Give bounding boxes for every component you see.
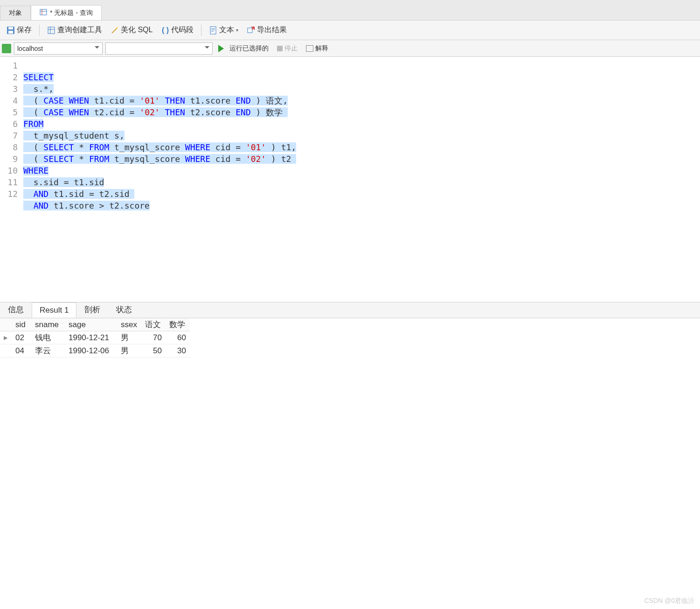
- query-builder-icon: [47, 26, 55, 35]
- export-label: 导出结果: [257, 25, 287, 35]
- code-text: t_mysql_score: [109, 142, 185, 152]
- cell: 1990-12-21: [65, 331, 117, 344]
- code-text: *: [74, 142, 89, 152]
- str-lit: '02': [139, 107, 159, 117]
- col-sname[interactable]: sname: [31, 318, 65, 331]
- line-num: 7: [0, 130, 18, 141]
- tab-result1[interactable]: Result 1: [32, 302, 76, 318]
- row-marker-icon: ▸: [0, 331, 12, 344]
- line-num: 11: [0, 176, 18, 188]
- tab-query[interactable]: * 无标题 - 查询: [31, 5, 102, 20]
- tab-objects-label: 对象: [9, 9, 22, 17]
- code-text: t1.cid =: [89, 96, 139, 105]
- code-text: (: [23, 154, 43, 164]
- svg-rect-5: [8, 31, 13, 34]
- top-menu-strip: [0, 0, 700, 4]
- svg-rect-11: [210, 27, 216, 34]
- kw-from: FROM: [89, 142, 109, 152]
- code-text: cid =: [210, 154, 246, 164]
- code-text: t2.score: [185, 107, 236, 117]
- col-sid[interactable]: sid: [12, 318, 31, 331]
- code-text: (: [23, 96, 43, 105]
- svg-rect-4: [8, 27, 13, 29]
- save-label: 保存: [17, 25, 32, 35]
- sql-editor[interactable]: 1 2 3 4 5 6 7 8 9 10 11 12 SELECT s.*, (…: [0, 57, 700, 302]
- tab-objects[interactable]: 对象: [0, 6, 31, 20]
- kw-case: CASE: [43, 107, 63, 117]
- snippet-label: 代码段: [171, 25, 194, 35]
- query-builder-label: 查询创建工具: [57, 25, 102, 35]
- col-ssex[interactable]: ssex: [117, 318, 141, 331]
- kw-when: WHEN: [69, 96, 89, 105]
- kw-when: WHEN: [69, 107, 89, 117]
- stop-label: 停止: [284, 44, 298, 53]
- code-text: *: [74, 154, 89, 164]
- cell: 02: [12, 331, 31, 344]
- run-label: 运行已选择的: [229, 44, 269, 53]
- run-button[interactable]: 运行已选择的: [215, 44, 271, 53]
- table-row[interactable]: ▸ 02 钱电 1990-12-21 男 70 60: [0, 331, 190, 344]
- snippet-button[interactable]: ( ) 代码段: [158, 23, 196, 37]
- export-icon: [247, 26, 255, 35]
- query-icon: [40, 8, 47, 17]
- stop-button[interactable]: 停止: [274, 44, 300, 53]
- col-sage[interactable]: sage: [65, 318, 117, 331]
- line-num: 2: [0, 71, 18, 83]
- export-button[interactable]: 导出结果: [244, 23, 290, 37]
- svg-point-10: [116, 27, 118, 29]
- results-area: 信息 Result 1 剖析 状态 sid sname sage ssex 语文…: [0, 302, 700, 357]
- code-text: t2.cid =: [89, 107, 139, 117]
- str-lit: '01': [139, 96, 159, 105]
- kw-from: FROM: [23, 119, 43, 129]
- explain-button[interactable]: 解释: [303, 44, 331, 53]
- explain-label: 解释: [315, 44, 328, 53]
- line-num: 4: [0, 95, 18, 106]
- code-text: [23, 189, 34, 199]
- watermark: CSDN @0君临沂: [644, 597, 694, 605]
- tab-query-label: * 无标题 - 查询: [50, 9, 93, 17]
- code-text: t1.sid = t2.sid: [49, 189, 134, 199]
- col-shuxue[interactable]: 数学: [166, 318, 190, 331]
- str-lit: '02': [246, 154, 266, 164]
- query-builder-button[interactable]: 查询创建工具: [44, 23, 105, 37]
- cell: 70: [141, 331, 166, 344]
- grid-header-row: sid sname sage ssex 语文 数学: [0, 318, 190, 331]
- cell: 30: [166, 344, 190, 357]
- code-text: ) t1,: [266, 142, 296, 152]
- dropdown-arrow-icon: ▾: [236, 28, 238, 33]
- kw-and: AND: [34, 201, 49, 210]
- code-text: [160, 96, 165, 105]
- code-text: s.*,: [23, 84, 54, 94]
- cell: 男: [117, 344, 141, 357]
- result-grid[interactable]: sid sname sage ssex 语文 数学 ▸ 02 钱电 1990-1…: [0, 318, 700, 357]
- line-num: 9: [0, 153, 18, 165]
- col-yuwen[interactable]: 语文: [141, 318, 166, 331]
- kw-where: WHERE: [185, 142, 210, 152]
- connection-value: localhost: [17, 45, 43, 52]
- text-button[interactable]: 文本 ▾: [206, 23, 241, 37]
- kw-where: WHERE: [23, 166, 49, 175]
- save-button[interactable]: 保存: [4, 23, 35, 37]
- code-text: t1.score > t2.score: [49, 201, 150, 210]
- save-icon: [7, 26, 15, 35]
- code-area[interactable]: SELECT s.*, ( CASE WHEN t1.cid = '01' TH…: [21, 57, 700, 302]
- database-dropdown[interactable]: [105, 42, 213, 55]
- tab-info[interactable]: 信息: [0, 301, 32, 318]
- play-icon: [218, 45, 228, 52]
- text-icon: [209, 26, 217, 35]
- code-text: (: [23, 107, 43, 117]
- connection-dropdown[interactable]: localhost: [14, 42, 103, 55]
- table-row[interactable]: 04 李云 1990-12-06 男 50 30: [0, 344, 190, 357]
- result-tabs: 信息 Result 1 剖析 状态: [0, 302, 700, 318]
- kw-select: SELECT: [43, 154, 74, 164]
- line-num: 1: [0, 60, 18, 71]
- kw-select: SELECT: [43, 142, 74, 152]
- tab-profile[interactable]: 剖析: [76, 301, 108, 318]
- beautify-sql-button[interactable]: 美化 SQL: [108, 23, 155, 37]
- tab-status[interactable]: 状态: [108, 301, 140, 318]
- document-tabs: 对象 * 无标题 - 查询: [0, 4, 700, 21]
- line-gutter: 1 2 3 4 5 6 7 8 9 10 11 12: [0, 57, 21, 302]
- beautify-label: 美化 SQL: [121, 25, 152, 35]
- cell: 1990-12-06: [65, 344, 117, 357]
- code-text: ) 语文,: [251, 96, 288, 105]
